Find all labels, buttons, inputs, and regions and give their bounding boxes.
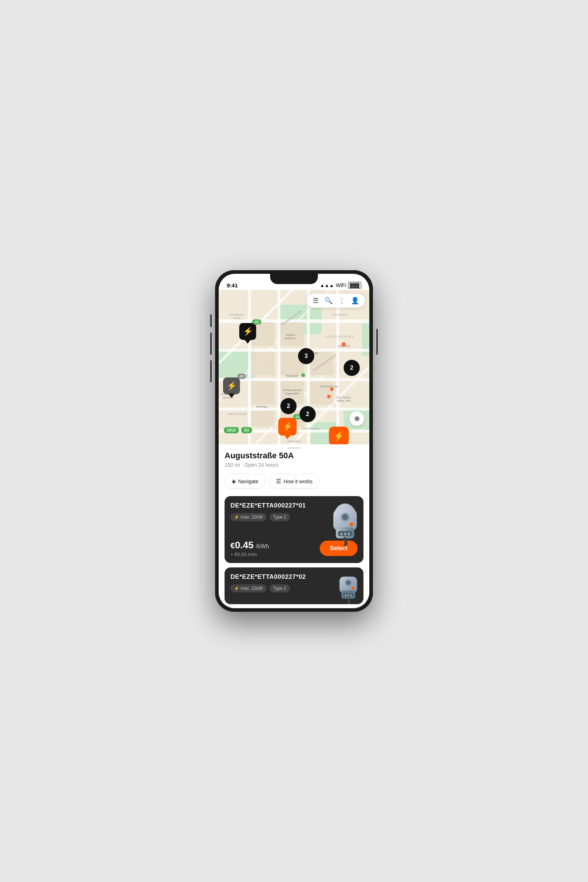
svg-point-72	[346, 580, 351, 585]
charger-marker-2[interactable]: ⚡ 0/2	[223, 377, 240, 398]
status-time: 9:41	[227, 282, 238, 288]
location-subtitle: 150 mi · Open 24 hours	[225, 462, 363, 468]
price-extra-1: + €0.03 /min	[230, 552, 269, 557]
svg-text:TIECKSTRASSE: TIECKSTRASSE	[227, 413, 247, 415]
cluster-marker-2a[interactable]: 2	[344, 360, 360, 376]
svg-text:TORSTRASSE: TORSTRASSE	[302, 428, 320, 430]
bolt-icon-1: ⚡	[234, 515, 239, 520]
silent-button	[210, 314, 212, 327]
filter-icon[interactable]: ☰	[313, 297, 319, 304]
navigate-icon: ◈	[231, 478, 236, 485]
bottom-status-indicators: 10/12 2/2	[224, 427, 252, 433]
svg-rect-21	[251, 352, 274, 375]
svg-point-63	[342, 514, 348, 520]
charger-card-2: DE*EZE*ETTA000227*02 ⚡ max. 22kW Type 2	[225, 567, 363, 604]
svg-point-54	[327, 395, 331, 398]
phone-screen: 9:41 ▲▲▲ WiFi ▓▓▓	[219, 274, 369, 608]
how-it-works-button[interactable]: ☰ How it works	[269, 474, 320, 489]
status-tag-2: 2/2	[241, 427, 252, 433]
location-icon: ⊕	[354, 414, 360, 423]
svg-point-73	[352, 587, 355, 590]
cluster-marker-3[interactable]: 3	[298, 348, 314, 364]
charger-marker-selected[interactable]: ⚡	[329, 427, 349, 444]
svg-rect-59	[340, 532, 342, 536]
svg-point-64	[350, 523, 353, 526]
my-location-button[interactable]: ⊕	[350, 411, 364, 426]
price-main-1: €0.45 /kWh	[230, 540, 269, 551]
notch	[270, 274, 318, 284]
svg-text:Schule: Schule	[233, 317, 241, 320]
svg-rect-61	[348, 532, 350, 536]
svg-text:Ernst-Reuter-: Ernst-Reuter-	[230, 314, 245, 316]
charger-marker-3[interactable]: ⚡ 1/2	[278, 418, 297, 439]
cluster-marker-2b[interactable]: 2	[280, 398, 297, 414]
charger-price-1: €0.45 /kWh + €0.03 /min	[230, 540, 269, 557]
svg-rect-60	[344, 532, 346, 536]
cluster-marker-2c[interactable]: 2	[300, 406, 316, 422]
svg-rect-7	[219, 349, 369, 352]
connector-tag-1: Type 2	[269, 513, 290, 521]
map-toolbar: ☰ 🔍 ⋮ 👤	[307, 294, 365, 308]
volume-up-button	[210, 333, 212, 355]
search-icon[interactable]: 🔍	[324, 297, 333, 304]
svg-rect-69	[348, 594, 350, 597]
svg-text:Hemingw...: Hemingw...	[256, 405, 269, 408]
status-tag-1: 10/12	[224, 427, 239, 433]
more-options-icon[interactable]: ⋮	[339, 297, 345, 304]
volume-down-button	[210, 360, 212, 382]
svg-point-52	[341, 342, 346, 346]
charger-card-1: DE*EZE*ETTA000227*01 ⚡ max. 22kW Type 2	[225, 496, 363, 563]
svg-text:Nahas 1993: Nahas 1993	[337, 399, 351, 402]
charger-marker-1[interactable]: ⚡ 2/2	[239, 323, 256, 344]
svg-rect-27	[251, 411, 274, 427]
user-profile-icon[interactable]: 👤	[351, 297, 359, 304]
svg-text:City Chicken: City Chicken	[336, 396, 351, 399]
svg-rect-68	[345, 594, 346, 597]
svg-text:Pappelplatz: Pappelplatz	[285, 375, 299, 377]
power-button	[376, 329, 378, 355]
navigate-button[interactable]: ◈ Navigate	[225, 474, 266, 489]
phone-frame: 9:41 ▲▲▲ WiFi ▓▓▓	[215, 270, 373, 612]
charger-image-2	[327, 569, 363, 604]
action-buttons-row: ◈ Navigate ☰ How it works	[225, 474, 363, 489]
svg-text:ARKONAKIEZ: ARKONAKIEZ	[325, 335, 355, 339]
wifi-icon: WiFi	[336, 282, 346, 288]
svg-point-53	[330, 387, 334, 391]
svg-rect-70	[350, 594, 352, 597]
bolt-icon-2: ⚡	[234, 586, 239, 591]
power-tag-1: ⚡ max. 22kW	[230, 513, 266, 521]
signal-icon: ▲▲▲	[320, 283, 334, 288]
svg-text:Sophien II: Sophien II	[285, 337, 296, 340]
map-drag-handle	[287, 441, 301, 442]
svg-text:Arkonaplatz: Arkonaplatz	[332, 313, 348, 316]
svg-rect-26	[310, 381, 333, 405]
connector-tag-2: Type 2	[269, 584, 290, 592]
bottom-panel: Auguststraße 50A 150 mi · Open 24 hours …	[219, 444, 369, 608]
svg-text:Friedhof: Friedhof	[285, 334, 295, 336]
status-icons: ▲▲▲ WiFi ▓▓▓	[320, 282, 361, 288]
svg-text:Grundschule am: Grundschule am	[283, 389, 302, 392]
battery-icon: ▓▓▓	[348, 282, 361, 288]
charger-image-1	[320, 500, 363, 548]
power-tag-2: ⚡ max. 22kW	[230, 584, 266, 592]
how-it-works-icon: ☰	[276, 478, 281, 485]
svg-text:Koppenplatz: Koppenplatz	[285, 392, 300, 395]
panel-drag-handle	[287, 447, 301, 449]
svg-rect-24	[251, 381, 274, 405]
svg-point-50	[302, 374, 305, 377]
map-area[interactable]: BRUNNENSTRASSE VETERANENSTRASSE TIECKSTR…	[219, 290, 369, 444]
svg-text:100 Gramm Bar: 100 Gramm Bar	[320, 385, 338, 388]
location-title: Auguststraße 50A	[225, 451, 363, 460]
